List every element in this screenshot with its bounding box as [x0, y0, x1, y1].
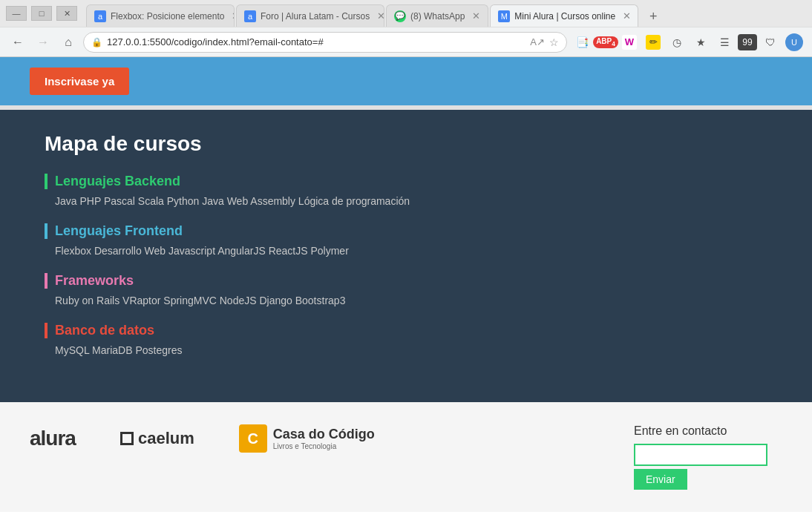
abp-badge: ABP4 [593, 36, 618, 48]
tab-close-button[interactable]: ✕ [232, 10, 235, 22]
translate-icon: A↗ [530, 36, 545, 47]
address-text: 127.0.0.1:5500/codigo/index.html?email-c… [107, 36, 525, 47]
frameworks-title: Frameworks [45, 273, 767, 289]
tab-label: Foro | Alura Latam - Cursos [261, 11, 370, 22]
maximize-button[interactable]: □ [31, 6, 52, 21]
alura-logo: alura [30, 427, 76, 450]
caelum-text: caelum [138, 429, 194, 448]
browser-title-bar: — □ ✕ a Flexbox: Posicione elemento ✕ a … [0, 0, 812, 27]
shield-toolbar-icon[interactable]: 🛡 [760, 32, 781, 53]
contact-form: Entre en contacto Enviar [634, 424, 782, 490]
enviar-button[interactable]: Enviar [634, 469, 687, 490]
caelum-square-icon [120, 432, 134, 445]
tab-label: (8) WhatsApp [410, 11, 465, 22]
minimize-button[interactable]: — [6, 6, 27, 21]
tab-favicon: 💬 [394, 10, 406, 22]
w-icon: W [622, 35, 637, 50]
tab-close-button[interactable]: ✕ [472, 10, 480, 22]
toolbar-icons: 📑 ABP4 W ✏ ◷ ★ ☰ 99 🛡 U [572, 32, 805, 53]
window-controls: — □ ✕ [6, 6, 77, 21]
forward-button[interactable]: → [33, 32, 53, 53]
pencil-symbol: ✏ [646, 35, 661, 50]
contact-title: Entre en contacto [634, 424, 782, 438]
collections-icon[interactable]: 📑 [572, 32, 592, 53]
tab-label: Mini Alura | Cursos online [514, 11, 615, 22]
mapa-title: Mapa de cursos [45, 132, 767, 156]
back-button[interactable]: ← [7, 32, 28, 53]
address-bar[interactable]: 🔒 127.0.0.1:5500/codigo/index.html?email… [83, 32, 567, 53]
home-button[interactable]: ⌂ [58, 32, 79, 53]
w-extension-icon[interactable]: W [619, 32, 640, 53]
close-button[interactable]: ✕ [56, 6, 77, 21]
frontend-title: Lenguajes Frontend [45, 223, 767, 239]
databases-title: Banco de datos [45, 323, 767, 338]
hero-section: Inscrivase ya [0, 57, 812, 105]
mapa-section: Mapa de cursos Lenguajes Backend Java PH… [0, 110, 812, 402]
pencil-icon[interactable]: ✏ [643, 32, 664, 53]
new-tab-button[interactable]: + [643, 6, 664, 27]
cdc-main-text: Casa do Código [273, 427, 375, 442]
frameworks-items: Ruby on Rails VRaptor SpringMVC NodeJS D… [45, 295, 767, 306]
abp-count: 4 [612, 40, 615, 47]
tab-close-button[interactable]: ✕ [377, 10, 384, 22]
tab-close-button[interactable]: ✕ [623, 10, 631, 22]
category-backend: Lenguajes Backend Java PHP Pascal Scala … [45, 174, 767, 207]
backend-title: Lenguajes Backend [45, 174, 767, 189]
history-icon[interactable]: ◷ [667, 32, 687, 53]
browser-tabs: a Flexbox: Posicione elemento ✕ a Foro |… [86, 0, 806, 27]
frontend-items: Flexbox Desarrollo Web Javascript Angula… [45, 245, 767, 257]
tab-foro[interactable]: a Foro | Alura Latam - Cursos ✕ [236, 4, 384, 27]
tab-favicon: a [244, 10, 256, 22]
databases-items: MySQL MariaDB Postegres [45, 344, 767, 356]
tab-whatsapp[interactable]: 💬 (8) WhatsApp ✕ [386, 4, 488, 27]
star-icon[interactable]: ☆ [549, 36, 559, 48]
tab-mini-alura[interactable]: M Mini Alura | Cursos online ✕ [490, 4, 638, 27]
category-frontend: Lenguajes Frontend Flexbox Desarrollo We… [45, 223, 767, 257]
cdc-icon: C [239, 424, 267, 453]
backend-items: Java PHP Pascal Scala Python Java Web As… [45, 195, 767, 207]
lock-icon: 🔒 [91, 37, 102, 47]
abp-icon[interactable]: ABP4 [595, 32, 616, 53]
tab-label: Flexbox: Posicione elemento [111, 11, 224, 22]
cdc-sub-text: Livros e Tecnologia [273, 442, 375, 450]
category-frameworks: Frameworks Ruby on Rails VRaptor SpringM… [45, 273, 767, 306]
sidebar-icon[interactable]: ☰ [714, 32, 735, 53]
inscrivase-button[interactable]: Inscrivase ya [30, 68, 129, 95]
favorites-icon[interactable]: ★ [690, 32, 711, 53]
tab-favicon: a [94, 10, 106, 22]
browser-navbar: ← → ⌂ 🔒 127.0.0.1:5500/codigo/index.html… [0, 27, 812, 56]
profile-avatar[interactable]: U [784, 32, 805, 53]
category-databases: Banco de datos MySQL MariaDB Postegres [45, 323, 767, 356]
browser-chrome: — □ ✕ a Flexbox: Posicione elemento ✕ a … [0, 0, 812, 57]
tab-favicon: M [498, 10, 510, 22]
footer-section: alura caelum C Casa do Código Livros e T… [0, 402, 812, 512]
cdc-text: Casa do Código Livros e Tecnologia [273, 427, 375, 450]
footer-logos: alura caelum C Casa do Código Livros e T… [30, 424, 604, 453]
tab-flexbox[interactable]: a Flexbox: Posicione elemento ✕ [86, 4, 235, 27]
caelum-logo: caelum [120, 429, 194, 448]
tab-count-badge[interactable]: 99 [738, 34, 757, 50]
contact-input[interactable] [634, 444, 767, 466]
casadocodigo-logo: C Casa do Código Livros e Tecnologia [239, 424, 375, 453]
avatar-circle: U [785, 33, 803, 51]
